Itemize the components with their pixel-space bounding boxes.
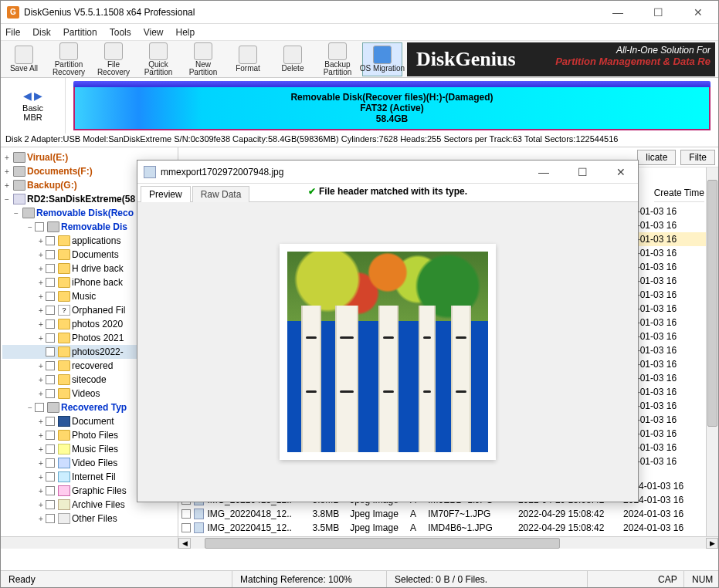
expand-icon[interactable]: + bbox=[36, 334, 46, 343]
checkbox[interactable] bbox=[46, 417, 55, 426]
tree-folder[interactable]: Photos 2021 bbox=[72, 333, 124, 343]
checkbox[interactable] bbox=[46, 236, 55, 245]
checkbox[interactable] bbox=[46, 500, 55, 509]
new-partition-button[interactable]: New Partition bbox=[183, 42, 223, 76]
tree-item[interactable]: Virual(E:) bbox=[27, 152, 68, 163]
checkbox[interactable] bbox=[46, 514, 55, 523]
checkbox[interactable] bbox=[46, 486, 55, 495]
tree-folder[interactable]: iPhone back bbox=[72, 277, 123, 288]
tree-type[interactable]: Music Files bbox=[72, 444, 118, 455]
expand-icon[interactable]: − bbox=[2, 195, 12, 204]
preview-titlebar[interactable]: mmexport1702972007948.jpg — ☐ ✕ bbox=[137, 161, 638, 184]
checkbox[interactable] bbox=[181, 509, 191, 519]
menu-file[interactable]: File bbox=[5, 27, 20, 38]
checkbox[interactable] bbox=[46, 306, 55, 315]
menu-disk[interactable]: Disk bbox=[32, 27, 50, 38]
table-row[interactable]: IMG_20220415_12..3.5MBJpeg ImageAIMD4B6~… bbox=[178, 521, 706, 535]
checkbox[interactable] bbox=[181, 523, 191, 532]
expand-icon[interactable]: + bbox=[36, 390, 46, 398]
maximize-button[interactable]: ☐ bbox=[647, 5, 669, 20]
scroll-left-button[interactable]: ◀ bbox=[178, 538, 191, 549]
expand-icon[interactable]: + bbox=[36, 515, 46, 523]
tree-type[interactable]: Other Files bbox=[72, 513, 117, 524]
checkbox[interactable] bbox=[46, 250, 55, 259]
scroll-thumb[interactable] bbox=[707, 180, 717, 427]
tree-rd2[interactable]: RD2:SanDiskExtreme(58 bbox=[27, 194, 135, 204]
tree-folder[interactable]: recovered bbox=[72, 360, 113, 371]
scroll-thumb[interactable] bbox=[205, 538, 560, 549]
partition-recovery-button[interactable]: Partition Recovery bbox=[49, 42, 89, 76]
tree-item[interactable]: Documents(F:) bbox=[27, 166, 93, 177]
duplicate-button[interactable]: licate bbox=[637, 150, 676, 165]
backup-partition-button[interactable]: Backup Partition bbox=[317, 42, 358, 76]
expand-icon[interactable]: + bbox=[36, 431, 46, 440]
delete-button[interactable]: Delete bbox=[273, 42, 313, 76]
tab-raw-data[interactable]: Raw Data bbox=[192, 186, 250, 202]
filter-button[interactable]: Filte bbox=[680, 150, 715, 165]
expand-icon[interactable]: + bbox=[36, 320, 46, 329]
format-button[interactable]: Format bbox=[228, 42, 268, 76]
checkbox[interactable] bbox=[46, 319, 55, 329]
checkbox[interactable] bbox=[35, 222, 44, 231]
tree-folder[interactable]: Documents bbox=[72, 249, 119, 260]
tree-removable[interactable]: Removable Disk(Reco bbox=[36, 208, 134, 218]
menu-tools[interactable]: Tools bbox=[110, 27, 131, 38]
tree-removable-2[interactable]: Removable Dis bbox=[61, 221, 127, 232]
checkbox[interactable] bbox=[46, 472, 55, 482]
list-h-scrollbar[interactable]: ◀ ▶ bbox=[178, 536, 718, 549]
checkbox[interactable] bbox=[46, 458, 55, 468]
tree-type[interactable]: Archive Files bbox=[72, 499, 125, 510]
file-recovery-button[interactable]: File Recovery bbox=[93, 42, 134, 76]
menu-partition[interactable]: Partition bbox=[63, 27, 97, 38]
save-all-button[interactable]: Save All bbox=[4, 42, 44, 76]
tree-recovered-types[interactable]: Recovered Typ bbox=[61, 402, 127, 413]
preview-close-button[interactable]: ✕ bbox=[610, 166, 632, 178]
expand-icon[interactable]: + bbox=[2, 154, 12, 162]
tree-folder[interactable]: sitecode bbox=[72, 374, 107, 385]
expand-icon[interactable]: + bbox=[36, 362, 46, 370]
tab-preview[interactable]: Preview bbox=[141, 186, 191, 202]
tree-folder[interactable]: Videos bbox=[72, 388, 100, 399]
expand-icon[interactable]: + bbox=[36, 265, 46, 273]
expand-icon[interactable]: + bbox=[36, 445, 46, 454]
expand-icon[interactable]: − bbox=[12, 209, 21, 218]
checkbox[interactable] bbox=[46, 444, 55, 454]
checkbox[interactable] bbox=[46, 347, 55, 357]
scroll-right-button[interactable]: ▶ bbox=[706, 538, 718, 549]
menu-help[interactable]: Help bbox=[176, 27, 195, 38]
expand-icon[interactable]: − bbox=[25, 223, 35, 231]
tree-type[interactable]: Document bbox=[72, 416, 114, 427]
nav-arrows[interactable]: ◀ ▶ bbox=[23, 90, 43, 102]
expand-icon[interactable]: + bbox=[36, 487, 46, 495]
expand-icon[interactable]: + bbox=[36, 459, 46, 468]
checkbox[interactable] bbox=[46, 361, 55, 370]
tree-orphaned[interactable]: Orphaned Fil bbox=[72, 305, 125, 316]
col-create-time[interactable]: Create Time bbox=[654, 188, 704, 202]
expand-icon[interactable]: + bbox=[36, 417, 46, 426]
list-v-scrollbar[interactable] bbox=[706, 167, 718, 536]
expand-icon[interactable]: + bbox=[36, 376, 46, 384]
expand-icon[interactable]: + bbox=[36, 501, 46, 509]
expand-icon[interactable]: + bbox=[36, 306, 46, 315]
tree-type[interactable]: Internet Fil bbox=[72, 471, 116, 482]
expand-icon[interactable]: + bbox=[36, 279, 46, 287]
preview-maximize-button[interactable]: ☐ bbox=[571, 166, 593, 178]
tree-type[interactable]: Photo Files bbox=[72, 430, 118, 441]
tree-folder[interactable]: applications bbox=[72, 235, 120, 246]
expand-icon[interactable]: + bbox=[2, 181, 12, 190]
checkbox[interactable] bbox=[46, 264, 55, 273]
expand-icon[interactable]: − bbox=[25, 404, 35, 412]
checkbox[interactable] bbox=[46, 333, 55, 343]
expand-icon[interactable]: + bbox=[36, 473, 46, 482]
expand-icon[interactable]: + bbox=[36, 292, 46, 301]
expand-icon[interactable] bbox=[36, 348, 46, 357]
minimize-button[interactable]: — bbox=[607, 5, 629, 20]
tree-folder[interactable]: photos 2020 bbox=[72, 319, 123, 329]
tree-selected-folder[interactable]: photos2022- bbox=[72, 346, 124, 357]
preview-minimize-button[interactable]: — bbox=[533, 166, 555, 178]
checkbox[interactable] bbox=[46, 375, 55, 384]
tree-h-scrollbar[interactable] bbox=[1, 536, 178, 549]
checkbox[interactable] bbox=[46, 389, 55, 398]
expand-icon[interactable]: + bbox=[2, 167, 12, 176]
quick-partition-button[interactable]: Quick Partition bbox=[138, 42, 178, 76]
